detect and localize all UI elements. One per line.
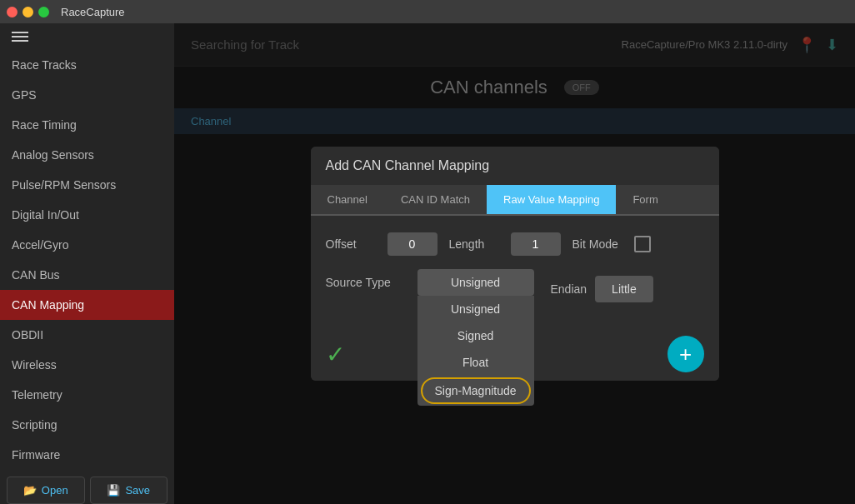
sidebar-item-can-mapping[interactable]: CAN Mapping <box>0 290 174 320</box>
length-label: Length <box>449 237 499 251</box>
bit-mode-checkbox[interactable] <box>634 236 651 252</box>
add-button[interactable]: + <box>668 336 704 372</box>
save-icon: 💾 <box>107 484 120 497</box>
endian-button[interactable]: Little <box>595 276 653 302</box>
tab-raw-value-mapping[interactable]: Raw Value Mapping <box>487 185 616 214</box>
top-btn-row: 📂 Open 💾 Save <box>7 477 168 504</box>
modal-body: Offset Length Bit Mode Source Type Unsig… <box>311 216 719 327</box>
sidebar-item-accel-gyro[interactable]: Accel/Gyro <box>0 230 174 260</box>
close-window-btn[interactable] <box>7 7 18 17</box>
maximize-window-btn[interactable] <box>38 7 49 17</box>
sidebar-item-firmware[interactable]: Firmware <box>0 440 174 470</box>
save-button[interactable]: 💾 Save <box>90 477 168 504</box>
source-type-menu: Unsigned Signed Float Sign-Magnitude <box>418 296 534 406</box>
content-area: Searching for Track RaceCapture/Pro MK3 … <box>174 23 855 504</box>
sidebar-item-can-bus[interactable]: CAN Bus <box>0 260 174 290</box>
sidebar-item-wireless[interactable]: Wireless <box>0 350 174 380</box>
source-type-btn[interactable]: Unsigned <box>418 269 534 296</box>
bit-mode-label: Bit Mode <box>572 237 622 251</box>
sidebar-bottom: 📂 Open 💾 Save 📥 Read 📤 Write <box>0 470 174 504</box>
sidebar-item-pulse-rpm[interactable]: Pulse/RPM Sensors <box>0 170 174 200</box>
sidebar: Race Tracks GPS Race Timing Analog Senso… <box>0 23 174 504</box>
source-type-dropdown: Unsigned Unsigned Signed <box>418 269 534 296</box>
dropdown-item-sign-magnitude[interactable]: Sign-Magnitude <box>421 377 531 404</box>
add-can-channel-modal: Add CAN Channel Mapping Channel CAN ID M… <box>311 147 719 381</box>
sidebar-item-scripting[interactable]: Scripting <box>0 410 174 440</box>
dropdown-item-signed[interactable]: Signed <box>418 322 534 349</box>
confirm-button[interactable]: ✓ <box>326 341 345 368</box>
hamburger-icon <box>12 32 28 42</box>
sidebar-item-analog-sensors[interactable]: Analog Sensors <box>0 140 174 170</box>
offset-label: Offset <box>326 237 376 251</box>
dropdown-item-unsigned[interactable]: Unsigned <box>418 296 534 322</box>
titlebar: RaceCapture <box>0 0 855 23</box>
open-button[interactable]: 📂 Open <box>7 477 85 504</box>
tab-can-id-match[interactable]: CAN ID Match <box>384 185 487 214</box>
sidebar-item-digital-in-out[interactable]: Digital In/Out <box>0 200 174 230</box>
source-type-row: Source Type Unsigned Unsigned <box>326 269 704 302</box>
tab-channel[interactable]: Channel <box>311 185 384 214</box>
endian-row: Endian Little <box>551 269 653 302</box>
sidebar-item-race-timing[interactable]: Race Timing <box>0 110 174 140</box>
modal-title: Add CAN Channel Mapping <box>311 147 719 185</box>
endian-label: Endian <box>551 282 588 296</box>
sidebar-item-gps[interactable]: GPS <box>0 80 174 110</box>
menu-button[interactable] <box>0 23 174 50</box>
length-input[interactable] <box>511 232 561 256</box>
offset-length-row: Offset Length Bit Mode <box>326 232 704 256</box>
dropdown-item-float[interactable]: Float <box>418 349 534 376</box>
app-title: RaceCapture <box>61 6 125 18</box>
sidebar-item-race-tracks[interactable]: Race Tracks <box>0 50 174 80</box>
sidebar-item-obdii[interactable]: OBDII <box>0 320 174 350</box>
minimize-window-btn[interactable] <box>22 7 33 17</box>
sidebar-item-telemetry[interactable]: Telemetry <box>0 380 174 410</box>
modal-overlay: Add CAN Channel Mapping Channel CAN ID M… <box>174 23 855 504</box>
offset-input[interactable] <box>388 232 438 256</box>
main-layout: Race Tracks GPS Race Timing Analog Senso… <box>0 23 855 504</box>
open-icon: 📂 <box>23 484 37 497</box>
tab-form[interactable]: Form <box>616 185 674 214</box>
modal-tabs: Channel CAN ID Match Raw Value Mapping F… <box>311 185 719 216</box>
source-type-label: Source Type <box>326 269 401 289</box>
